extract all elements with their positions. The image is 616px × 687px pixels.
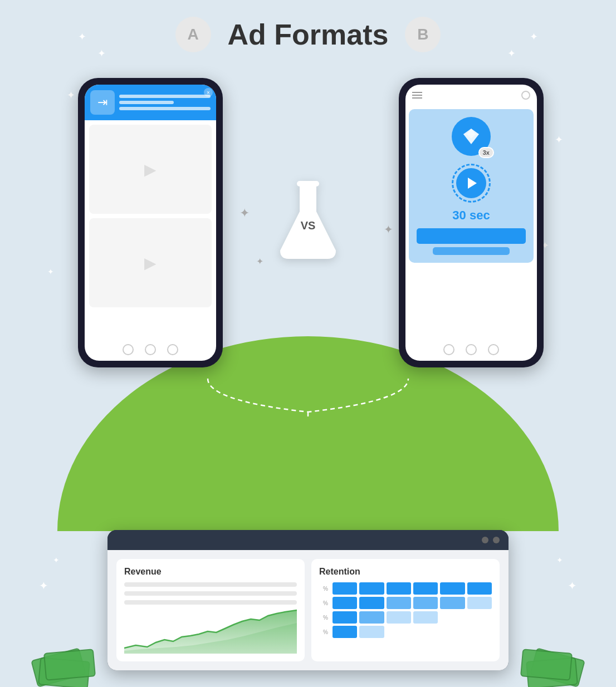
sparkle-money-1: ✦ [53,556,60,565]
nav-dot-2 [145,344,156,355]
ret-cell-3-3 [387,611,411,624]
sparkle-money-2: ✦ [39,579,48,592]
vs-label: VS [301,219,316,232]
sparkle-2: ✦ [97,47,106,60]
banner-ad: ⇥ × [85,85,216,120]
dashboard-content: Revenue [107,550,509,670]
banner-lines [119,95,211,110]
retention-title: Retention [319,567,492,577]
play-triangle-icon [468,178,477,189]
page-title: Ad Formats [228,18,389,51]
ret-cell-1-4 [413,582,438,595]
badge-a: A [175,17,211,52]
banner-close: × [204,88,213,97]
sparkle-flask-1: ✦ [239,206,250,220]
sparkle-money-4: ✦ [568,579,577,592]
flask-body: VS [275,178,341,264]
ret-cell-4-5 [440,626,465,638]
phone-b-topbar [405,85,537,106]
banner-line-1 [119,95,211,98]
revenue-line-2 [124,591,297,596]
banner-ad-icon: ⇥ [90,90,115,115]
dashboard-header [107,530,509,550]
ret-cell-4-4 [413,626,438,638]
ret-cell-1-1 [333,582,357,595]
sparkle-8: ✦ [47,267,54,276]
phone-a-screen: ⇥ × ▶ ▶ [85,85,216,361]
ret-cell-2-1 [333,597,357,609]
content-block-2: ▶ [89,218,212,307]
play-button-container [452,164,491,203]
ret-cell-3-1 [333,611,357,624]
phone-b-container: 3x 30 sec [399,78,544,367]
nav-dot-1 [123,344,134,355]
sparkle-3: ✦ [530,31,538,43]
banner-line-2 [119,101,174,104]
ret-cell-2-5 [440,597,465,609]
bill-left-3 [43,649,96,681]
ret-cell-4-3 [387,626,411,638]
phone-a-container: ⇥ × ▶ ▶ [78,78,223,367]
revenue-line-1 [124,582,297,587]
ret-cell-4-1 [333,626,357,638]
phone-b: 3x 30 sec [399,78,544,367]
sparkle-4: ✦ [507,47,516,60]
phone-b-nav [405,344,537,355]
bill-right-3 [520,649,573,681]
dashed-circle [452,164,491,203]
ret-cell-1-2 [359,582,384,595]
retention-panel: Retention % % % [311,559,500,661]
ret-cell-2-3 [387,597,411,609]
retention-grid: % % % [319,582,492,638]
rewarded-ad: 3x 30 sec [409,109,534,263]
dashboard: Revenue [107,530,509,670]
svg-rect-3 [297,181,319,187]
sparkle-flask-3: ✦ [384,223,393,236]
badge-b: B [405,17,441,52]
revenue-title: Revenue [124,567,297,577]
diamond-icon [461,126,481,146]
nav-dot-3 [167,344,178,355]
revenue-lines [124,582,297,605]
hamburger-icon [412,90,422,100]
ret-label-2: % [319,597,330,609]
phone-a-nav [85,344,216,355]
sparkle-6: ✦ [555,134,563,146]
ret-cell-3-4 [413,611,438,624]
window-dot-2 [493,537,500,543]
sparkle-flask-2: ✦ [256,256,263,267]
ret-cell-4-6 [467,626,492,638]
play-inner [456,168,486,198]
ret-cell-4-2 [359,626,384,638]
revenue-chart [124,609,297,654]
ret-cell-1-3 [387,582,411,595]
phone-a: ⇥ × ▶ ▶ [78,78,223,367]
window-dot-1 [482,537,488,543]
ret-label-1: % [319,582,330,595]
nav-dot-b-2 [466,344,477,355]
ret-cell-2-2 [359,597,384,609]
topbar-dot [521,91,530,100]
ret-cell-3-5 [440,611,465,624]
nav-dot-b-1 [443,344,454,355]
revenue-panel: Revenue [116,559,305,661]
revenue-line-3 [124,600,297,605]
dashed-lines [141,373,475,418]
ret-cell-3-6 [467,611,492,624]
header: A Ad Formats B [0,17,616,52]
ret-cell-2-4 [413,597,438,609]
content-block-1: ▶ [89,125,212,214]
vs-container: VS [275,178,341,264]
sparkle-money-3: ✦ [556,556,563,565]
sparkle-1: ✦ [78,31,86,43]
ret-cell-3-2 [359,611,384,624]
nav-dot-b-3 [488,344,499,355]
sparkle-5: ✦ [67,89,75,101]
diamond-container: 3x [452,117,491,156]
ad-bar-main [417,228,526,244]
ret-label-3: % [319,611,330,624]
banner-line-3 [119,107,211,110]
ret-cell-2-6 [467,597,492,609]
phone-b-screen: 3x 30 sec [405,85,537,361]
timer-text: 30 sec [452,208,490,223]
